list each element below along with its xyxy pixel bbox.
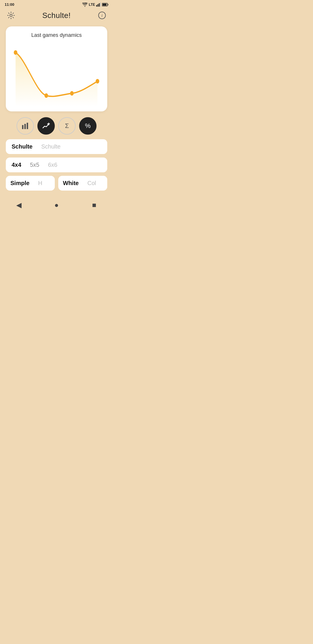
svg-rect-16 [27, 123, 28, 129]
home-icon: ● [54, 201, 59, 209]
svg-rect-15 [24, 124, 26, 129]
nav-back[interactable]: ◀ [12, 199, 25, 211]
chart-card: Last games dynamics [6, 26, 107, 111]
nav-recents[interactable]: ■ [88, 199, 101, 211]
percent-icon: % [85, 122, 91, 130]
size-selector[interactable]: 4x4 5x5 6x6 [6, 158, 107, 172]
time: 11:00 [5, 2, 14, 7]
bottom-selectors: Simple H White Col [6, 176, 107, 191]
nav-home[interactable]: ● [50, 199, 63, 211]
tab-percent[interactable]: % [79, 117, 97, 135]
color-selector[interactable]: White Col [58, 176, 107, 191]
tab-line-chart[interactable] [37, 117, 55, 135]
svg-rect-5 [108, 4, 108, 5]
nav-bar: ◀ ● ■ [0, 194, 113, 215]
settings-button[interactable] [6, 10, 16, 21]
game-option-schulte: Schulte [12, 143, 32, 150]
color-option-col: Col [87, 180, 96, 187]
game-selector[interactable]: Schulte Schulte [6, 139, 107, 154]
sigma-icon: Σ [65, 122, 69, 130]
bar-chart-icon [22, 123, 29, 129]
tab-bar-chart[interactable] [17, 117, 34, 135]
selector-fade [43, 176, 55, 191]
svg-text:i: i [101, 13, 103, 18]
mode-option-simple: Simple [10, 180, 30, 187]
size-option-6x6: 6x6 [48, 162, 57, 168]
tab-row: Σ % [0, 117, 113, 135]
svg-rect-1 [98, 4, 99, 7]
line-chart-icon [42, 123, 50, 129]
app-title: Schulte! [42, 11, 71, 20]
size-option-4x4: 4x4 [12, 162, 21, 168]
svg-rect-14 [22, 125, 23, 129]
status-icons: LTE [82, 3, 108, 7]
tab-sigma[interactable]: Σ [58, 117, 76, 135]
svg-point-12 [70, 91, 74, 95]
svg-point-11 [44, 93, 48, 98]
chart-area [10, 43, 103, 107]
info-button[interactable]: i [97, 10, 107, 21]
svg-rect-3 [100, 3, 101, 7]
lte-label: LTE [89, 3, 95, 7]
chart-svg [10, 43, 103, 107]
signal-icon [96, 3, 101, 7]
battery-icon [102, 3, 108, 6]
selector-fade [96, 139, 107, 154]
color-option-white: White [63, 180, 79, 187]
status-bar: 11:00 LTE [0, 0, 113, 8]
wifi-icon [82, 3, 88, 7]
chart-title: Last games dynamics [10, 32, 103, 38]
game-option-schulte2: Schulte [41, 143, 61, 150]
info-icon: i [98, 11, 106, 20]
gear-icon [7, 11, 15, 19]
svg-rect-0 [96, 5, 97, 7]
svg-point-10 [14, 50, 17, 55]
selector-fade [96, 158, 107, 172]
svg-rect-2 [99, 3, 100, 7]
recents-icon: ■ [92, 201, 97, 209]
size-option-5x5: 5x5 [30, 162, 39, 168]
selector-fade [96, 176, 107, 191]
mode-option-hard: H [38, 180, 42, 187]
header: Schulte! i [0, 8, 113, 24]
back-icon: ◀ [16, 201, 21, 209]
svg-point-13 [96, 79, 99, 83]
svg-point-7 [10, 14, 12, 17]
mode-selector[interactable]: Simple H [6, 176, 55, 191]
svg-rect-6 [103, 3, 107, 6]
